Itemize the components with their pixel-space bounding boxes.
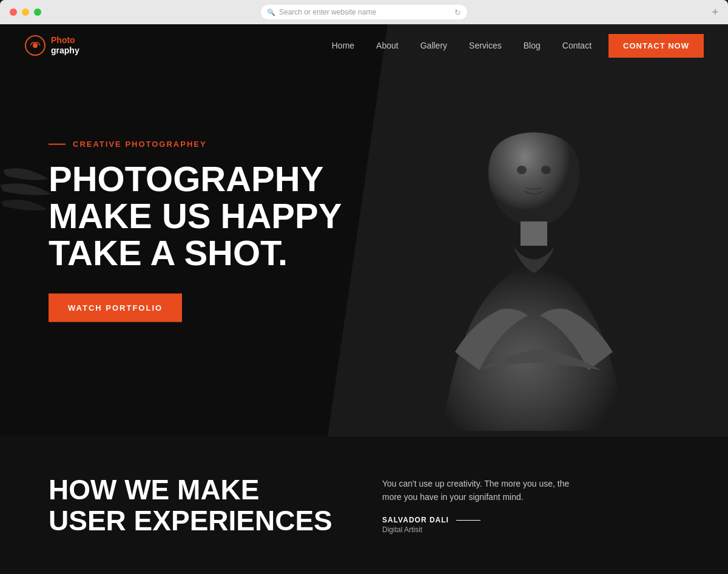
- author-name: SALVADOR DALI: [382, 516, 449, 524]
- nav-item-contact[interactable]: Contact: [562, 40, 592, 51]
- nav-item-gallery[interactable]: Gallery: [420, 40, 447, 51]
- nav-item-blog[interactable]: Blog: [524, 40, 541, 51]
- bottom-left: HOW WE MAKE USER EXPERIENCES: [49, 474, 346, 536]
- svg-point-3: [541, 166, 551, 174]
- subtitle-text: CREATIVE PHOTOGRAPHEY: [73, 140, 207, 149]
- close-button[interactable]: [10, 8, 17, 16]
- hero-subtitle: CREATIVE PHOTOGRAPHEY: [49, 140, 342, 149]
- hero-title-line3: TAKE A SHOT.: [49, 232, 288, 272]
- bottom-heading-line1: HOW WE MAKE: [49, 474, 260, 505]
- search-icon: 🔍: [267, 8, 275, 16]
- author-separator: [456, 520, 480, 521]
- hero-portrait: [376, 55, 692, 431]
- new-tab-button[interactable]: +: [712, 6, 718, 19]
- nav-item-services[interactable]: Services: [469, 40, 502, 51]
- website-content: Photo graphy Home About Gallery Services…: [0, 24, 728, 574]
- logo[interactable]: Photo graphy: [24, 35, 79, 56]
- hero-section: Photo graphy Home About Gallery Services…: [0, 24, 728, 437]
- hero-content: CREATIVE PHOTOGRAPHEY PHOTOGRAPHY MAKE U…: [49, 140, 342, 322]
- address-text: Search or enter website name: [279, 8, 451, 16]
- logo-text: Photo graphy: [51, 35, 79, 56]
- svg-point-2: [517, 166, 527, 174]
- bottom-section: HOW WE MAKE USER EXPERIENCES You can't u…: [0, 437, 728, 574]
- bottom-heading: HOW WE MAKE USER EXPERIENCES: [49, 474, 346, 536]
- address-bar[interactable]: 🔍 Search or enter website name ↻: [261, 5, 467, 19]
- browser-chrome: 🔍 Search or enter website name ↻ +: [0, 0, 728, 24]
- subtitle-line: [49, 143, 66, 144]
- hero-title-line2: MAKE US HAPPY: [49, 196, 342, 235]
- nav-links: Home About Gallery Services Blog Contact: [332, 40, 592, 51]
- navbar: Photo graphy Home About Gallery Services…: [0, 24, 728, 67]
- bottom-quote: You can't use up creativity. The more yo…: [382, 477, 588, 504]
- reload-icon[interactable]: ↻: [454, 8, 461, 17]
- watch-portfolio-button[interactable]: WATCH PORTFOLIO: [49, 293, 182, 322]
- author-info-row: SALVADOR DALI: [382, 516, 480, 524]
- nav-item-home[interactable]: Home: [332, 40, 354, 51]
- author-title: Digital Artisit: [382, 525, 480, 534]
- maximize-button[interactable]: [34, 8, 41, 16]
- hero-title-line1: PHOTOGRAPHY: [49, 159, 323, 198]
- svg-rect-1: [521, 221, 547, 246]
- contact-now-button[interactable]: CONTACT NOW: [608, 34, 704, 58]
- author-block: SALVADOR DALI Digital Artisit: [382, 516, 480, 534]
- bottom-right: You can't use up creativity. The more yo…: [346, 477, 679, 535]
- svg-point-5: [33, 43, 38, 48]
- bottom-author: SALVADOR DALI Digital Artisit: [382, 516, 679, 534]
- bottom-heading-line2: USER EXPERIENCES: [49, 505, 332, 536]
- hero-title: PHOTOGRAPHY MAKE US HAPPY TAKE A SHOT.: [49, 161, 342, 272]
- nav-item-about[interactable]: About: [376, 40, 399, 51]
- minimize-button[interactable]: [22, 8, 29, 16]
